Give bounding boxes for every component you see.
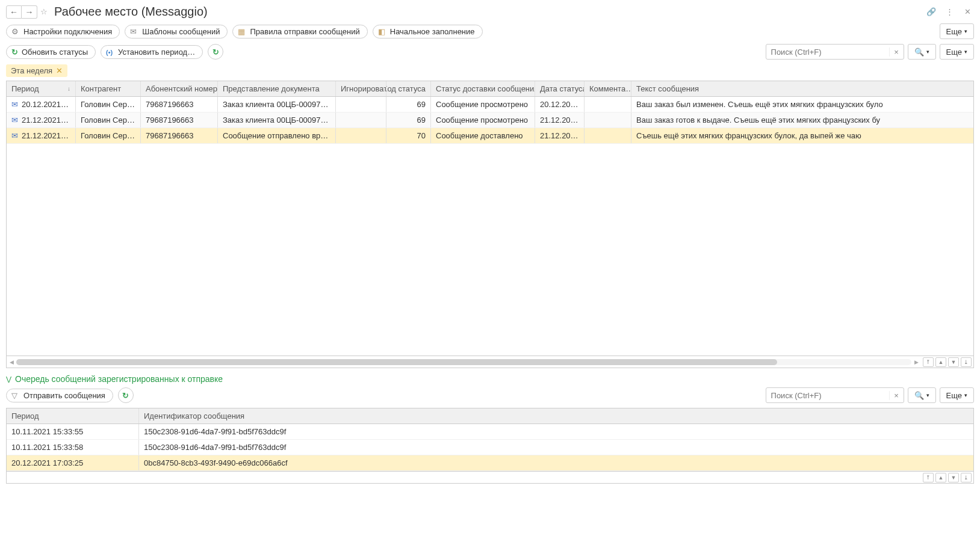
table-row[interactable]: ✉21.12.2021 …Головин Серге…79687196663Со… [7,128,973,144]
queue-search-box: × [766,387,904,403]
dropdown-icon: ▾ [964,392,967,398]
dropdown-icon: ▾ [926,392,929,398]
refresh-icon: ↻ [212,48,219,57]
more-button-2[interactable]: Еще▾ [940,44,974,60]
table-row[interactable]: ✉20.12.2021 …Головин Серге…79687196663За… [7,97,973,112]
th-queue-period[interactable]: Период [7,408,139,423]
table-header: Период↓ Контрагент Абонентский номер Пре… [7,81,973,97]
search-box: × [766,44,904,60]
refresh-button[interactable]: ↻ [208,44,223,60]
refresh-icon: ↻ [11,48,18,57]
th-comment[interactable]: Коммента… [585,81,631,96]
scroll-left-icon[interactable]: ◀ [7,359,16,365]
th-queue-message-id[interactable]: Идентификатор сообщения [139,408,973,423]
th-counterparty[interactable]: Контрагент [76,81,141,96]
th-ignore[interactable]: Игнорировать [336,81,386,96]
search-input[interactable] [766,48,889,57]
envelope-icon: ✉ [11,131,20,140]
refresh-statuses-button[interactable]: ↻Обновить статусы [6,45,96,59]
th-message-text[interactable]: Текст сообщения [631,81,973,96]
th-document[interactable]: Представление документа [218,81,336,96]
filter-chip-period[interactable]: Эта неделя ✕ [6,64,67,77]
clear-search-button[interactable]: × [889,48,904,57]
dropdown-icon: ▾ [964,49,967,55]
send-rules-button[interactable]: Правила отправки сообщений [232,25,367,38]
clear-queue-search-button[interactable]: × [889,391,904,400]
table-body: ✉20.12.2021 …Головин Серге…79687196663За… [7,97,973,356]
th-delivery-status[interactable]: Статус доставки сообщения [431,81,535,96]
queue-search-button[interactable]: 🔍▾ [908,387,936,403]
table-row[interactable]: 20.12.2021 17:03:250bc84750-8cb3-493f-94… [7,455,973,471]
gear-icon [11,27,20,35]
scroll-right-icon[interactable]: ▶ [911,359,921,365]
search-icon: 🔍 [914,391,924,400]
link-icon[interactable]: 🔗 [925,5,938,19]
dropdown-icon: ▾ [964,28,967,34]
queue-more-button[interactable]: Еще▾ [940,387,974,403]
scrollbar-track[interactable] [16,359,911,365]
search-button[interactable]: 🔍▾ [908,44,936,60]
set-period-button[interactable]: Установить период… [101,45,203,59]
th-subscriber-number[interactable]: Абонентский номер [141,81,218,96]
queue-goto-bottom-button[interactable]: ⤓ [961,473,972,482]
queue-table-body: 10.11.2021 15:33:55150c2308-91d6-4da7-9f… [7,424,973,471]
dropdown-icon: ▾ [926,49,929,55]
search-icon: 🔍 [914,48,924,57]
nav-back-button[interactable]: ← [6,5,22,19]
sort-icon: ↓ [67,85,70,92]
close-icon[interactable]: ✕ [961,5,974,19]
th-period[interactable]: Период↓ [7,81,76,96]
queue-goto-down-button[interactable]: ▼ [948,473,959,482]
more-button-1[interactable]: Еще▾ [940,23,974,39]
funnel-icon [11,391,20,399]
nav-forward-button[interactable]: → [22,5,37,19]
goto-up-button[interactable]: ▲ [935,357,946,367]
page-title: Рабочее место (Messaggio) [54,5,208,19]
th-status-date[interactable]: Дата статуса [535,81,585,96]
refresh-icon: ↻ [122,391,129,400]
send-messages-button[interactable]: Отправить сообщения [6,389,113,402]
initial-fill-button[interactable]: Начальное заполнение [373,25,483,38]
envelope-icon: ✉ [11,100,20,109]
scrollbar-thumb[interactable] [16,359,777,365]
goto-bottom-button[interactable]: ⤓ [961,357,972,367]
chevron-down-icon: ⋁ [6,375,11,383]
refresh-queue-button[interactable]: ↻ [118,387,134,403]
envelope-icon: ✉ [11,115,20,125]
goto-down-button[interactable]: ▼ [948,357,959,367]
message-templates-button[interactable]: Шаблоны сообщений [125,25,228,38]
kebab-menu-icon[interactable]: ⋮ [943,5,956,19]
connection-settings-button[interactable]: Настройки подключения [6,25,120,38]
table-row[interactable]: 10.11.2021 15:33:55150c2308-91d6-4da7-9f… [7,424,973,440]
goto-top-button[interactable]: ⤒ [923,357,934,367]
rules-icon [238,27,246,35]
queue-section-toggle[interactable]: ⋁ Очередь сообщений зарегистрированных к… [6,374,974,384]
queue-goto-up-button[interactable]: ▲ [935,473,946,482]
th-status-code[interactable]: Код статуса [386,81,431,96]
fill-icon [378,27,386,35]
favorite-icon[interactable]: ☆ [37,5,51,19]
period-icon [106,48,114,56]
remove-filter-icon[interactable]: ✕ [56,66,63,75]
template-icon [130,27,138,35]
table-row[interactable]: 10.11.2021 15:33:58150c2308-91d6-4da7-9f… [7,440,973,455]
table-row[interactable]: ✉21.12.2021 …Головин Серге…79687196663За… [7,112,973,128]
queue-search-input[interactable] [766,391,889,400]
queue-goto-top-button[interactable]: ⤒ [923,473,934,482]
queue-table-header: Период Идентификатор сообщения [7,408,973,424]
